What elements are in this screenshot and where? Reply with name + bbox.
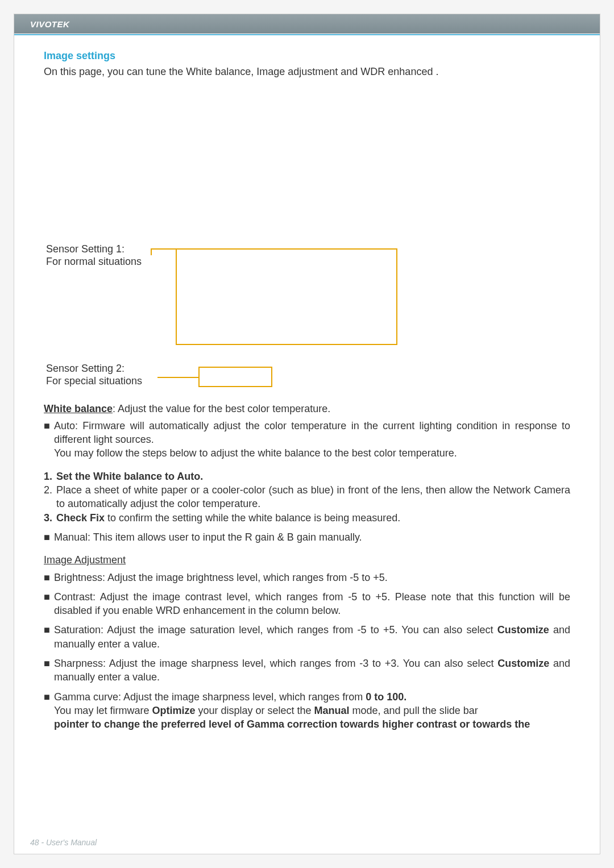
contrast-text: Contrast: Adjust the image contrast leve… — [54, 590, 570, 618]
saturation-bullet: ■ Saturation: Adjust the image saturatio… — [44, 623, 570, 651]
connector-2 — [157, 377, 198, 378]
sensor2-line2: For special situations — [46, 375, 142, 387]
step3-num: 3. — [44, 511, 56, 525]
gamma-text: Gamma curve: Adjust the image sharpness … — [54, 690, 570, 732]
gamma-period: . — [404, 691, 406, 703]
wb-step-1: 1. Set the White balance to Auto. — [44, 470, 570, 483]
section-intro: On this page, you can tune the White bal… — [44, 65, 570, 78]
sharpness-text: Sharpness: Adjust the image sharpness le… — [54, 657, 570, 684]
sharpness-bullet: ■ Sharpness: Adjust the image sharpness … — [44, 657, 570, 684]
gamma-line2b: your display or select the — [195, 705, 314, 716]
bullet-mark: ■ — [44, 530, 54, 544]
brightness-text: Brightness: Adjust the image brightness … — [54, 571, 570, 584]
bullet-mark: ■ — [44, 590, 54, 618]
gamma-a: Gamma curve: Adjust the image sharpness … — [54, 691, 366, 703]
step2-num: 2. — [44, 483, 56, 511]
wb-manual-bullet: ■ Manual: This item allows user to input… — [44, 530, 570, 544]
wb-step-2: 2. Place a sheet of white paper or a coo… — [44, 483, 570, 511]
gamma-range: 0 to 100 — [366, 691, 404, 703]
body-text: White balance: Adjust the value for the … — [44, 402, 570, 732]
gamma-optimize: Optimize — [152, 705, 195, 716]
saturation-customize: Customize — [497, 624, 549, 636]
connector-1 — [151, 248, 176, 250]
saturation-text: Saturation: Adjust the image saturation … — [54, 623, 570, 651]
gamma-manual: Manual — [314, 705, 350, 716]
white-balance-after: : Adjust the value for the best color te… — [113, 403, 330, 414]
gamma-line2c: mode, and pull the slide bar — [350, 705, 478, 716]
page-footer: 48 - User's Manual — [30, 838, 97, 847]
gamma-line2a: You may let firmware — [54, 705, 152, 716]
bullet-mark: ■ — [44, 571, 54, 584]
wb-auto-text: Auto: Firmware will automatically adjust… — [54, 419, 570, 447]
page-container: VIVOTEK Image settings On this page, you… — [14, 14, 600, 854]
gamma-line3: pointer to change the preferred level of… — [54, 719, 530, 730]
wb-auto-bullet: ■ Auto: Firmware will automatically adju… — [44, 419, 570, 447]
sensor1-line2: For normal situations — [46, 256, 142, 267]
white-balance-heading: White balance — [44, 403, 113, 414]
bullet-mark: ■ — [44, 623, 54, 651]
step3-bold: Check Fix — [56, 512, 105, 524]
sensor1-line1: Sensor Setting 1: — [46, 243, 125, 255]
wb-manual-text: Manual: This item allows user to input t… — [54, 530, 570, 544]
white-balance-line: White balance: Adjust the value for the … — [44, 402, 570, 416]
step2-text: Place a sheet of white paper or a cooler… — [56, 483, 570, 511]
saturation-a: Saturation: Adjust the image saturation … — [54, 624, 497, 636]
step1-text: Set the White balance to Auto. — [56, 470, 570, 483]
sensor2-line1: Sensor Setting 2: — [46, 363, 125, 374]
contrast-bullet: ■ Contrast: Adjust the image contrast le… — [44, 590, 570, 618]
content-area: Image settings On this page, you can tun… — [14, 35, 600, 732]
bullet-mark: ■ — [44, 657, 54, 684]
step1-num: 1. — [44, 470, 56, 483]
sharpness-customize: Customize — [497, 658, 549, 669]
section-title: Image settings — [44, 49, 570, 63]
header-band: VIVOTEK — [14, 14, 600, 34]
image-adjustment-heading: Image Adjustment — [44, 553, 570, 567]
gamma-bullet: ■ Gamma curve: Adjust the image sharpnes… — [44, 690, 570, 732]
sensor-setting-2-label: Sensor Setting 2: For special situations — [46, 362, 142, 388]
brightness-bullet: ■ Brightness: Adjust the image brightnes… — [44, 571, 570, 584]
sensor-setting-2-box — [198, 367, 272, 387]
step3-text: Check Fix to confirm the setting while t… — [56, 511, 570, 525]
brand-text: VIVOTEK — [30, 19, 69, 29]
sensor-setting-1-box — [176, 248, 397, 345]
bullet-mark: ■ — [44, 419, 54, 447]
sensor-setting-1-label: Sensor Setting 1: For normal situations — [46, 243, 142, 268]
step3-rest: to confirm the setting while the white b… — [105, 512, 400, 524]
diagram-area: Sensor Setting 1: For normal situations … — [44, 95, 570, 402]
wb-step-3: 3. Check Fix to confirm the setting whil… — [44, 511, 570, 525]
wb-auto-follow: You may follow the steps below to adjust… — [44, 446, 570, 460]
bullet-mark: ■ — [44, 690, 54, 732]
sharpness-a: Sharpness: Adjust the image sharpness le… — [54, 658, 497, 669]
